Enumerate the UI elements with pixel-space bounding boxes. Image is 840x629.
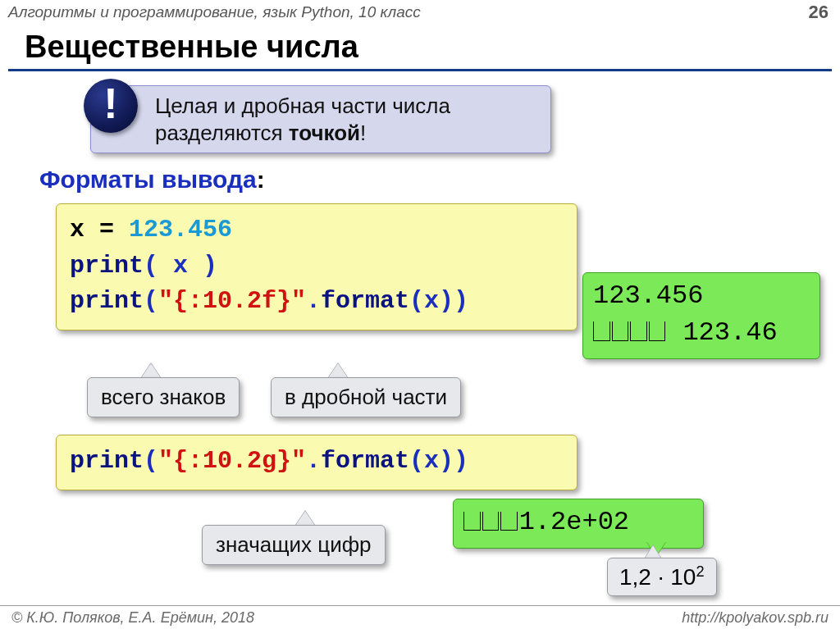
callout: Целая и дробная части числа разделяются … <box>90 85 551 153</box>
code2-f: (x)) <box>409 447 468 475</box>
bubble-tail <box>141 363 161 378</box>
footer-right: http://kpolyakov.spb.ru <box>682 609 829 627</box>
code2-d: . <box>306 447 321 475</box>
label-total-chars: всего знаков <box>87 377 240 417</box>
result-box: 1,2 · 102 <box>607 558 717 596</box>
code1-l1a: x = <box>70 216 129 244</box>
code1-l3b: ( <box>144 287 158 315</box>
code1-l3a: print <box>70 287 144 315</box>
label-fractional: в дробной части <box>271 377 461 417</box>
code2-c: "{:10.2g}" <box>158 447 306 475</box>
topbar: Алгоритмы и программирование, язык Pytho… <box>0 0 840 23</box>
section-colon: : <box>257 166 265 193</box>
callout-exclaim: ! <box>360 121 366 145</box>
callout-box: Целая и дробная части числа разделяются … <box>90 85 551 153</box>
label-significant: значащих цифр <box>202 525 386 565</box>
result-exp: 2 <box>696 563 704 580</box>
slide: Алгоритмы и программирование, язык Pytho… <box>0 0 840 629</box>
code1-l2a: print <box>70 252 144 280</box>
code2-a: print <box>70 447 144 475</box>
code1-l1b: 123.456 <box>129 216 232 244</box>
title-rule <box>8 69 832 71</box>
out1-spaces <box>593 317 667 348</box>
footer: © К.Ю. Поляков, Е.А. Ерёмин, 2018 http:/… <box>0 605 840 629</box>
code1-l3f: (x)) <box>409 287 468 315</box>
bubble-tail <box>295 511 315 526</box>
page-title: Вещественные числа <box>25 30 358 65</box>
exclamation-icon: ! <box>84 79 138 133</box>
code1-l3c: "{:10.2f}" <box>158 287 306 315</box>
code2-e: format <box>321 447 409 475</box>
code1-l3e: format <box>321 287 409 315</box>
result-ten: 10 <box>670 564 696 590</box>
output-block-2: 1.2e+02 <box>453 499 704 549</box>
code1-l3d: . <box>306 287 321 315</box>
callout-bold: точкой <box>289 121 360 145</box>
breadcrumb: Алгоритмы и программирование, язык Pytho… <box>8 3 421 21</box>
out1-line1: 123.456 <box>593 280 703 311</box>
out2-spaces <box>463 507 519 537</box>
page-number: 26 <box>809 2 829 23</box>
result-base: 1,2 <box>619 564 651 590</box>
bubble-tail <box>645 545 661 558</box>
code-block-2: print("{:10.2g}".format(x)) <box>56 435 578 490</box>
section-heading: Форматы вывода: <box>39 166 265 194</box>
code1-l2b: ( x ) <box>144 252 217 280</box>
section-label: Форматы вывода <box>39 166 257 193</box>
out2-text: 1.2e+02 <box>519 507 629 537</box>
bubble-tail <box>328 363 348 378</box>
code-block-1: x = 123.456 print( x ) print("{:10.2f}".… <box>56 203 578 330</box>
out1-line2: 123.46 <box>682 317 777 348</box>
footer-left: © К.Ю. Поляков, Е.А. Ерёмин, 2018 <box>11 609 254 627</box>
result-dot: · <box>651 564 670 590</box>
code2-b: ( <box>144 447 158 475</box>
output-block-1: 123.456 123.46 <box>582 272 820 359</box>
